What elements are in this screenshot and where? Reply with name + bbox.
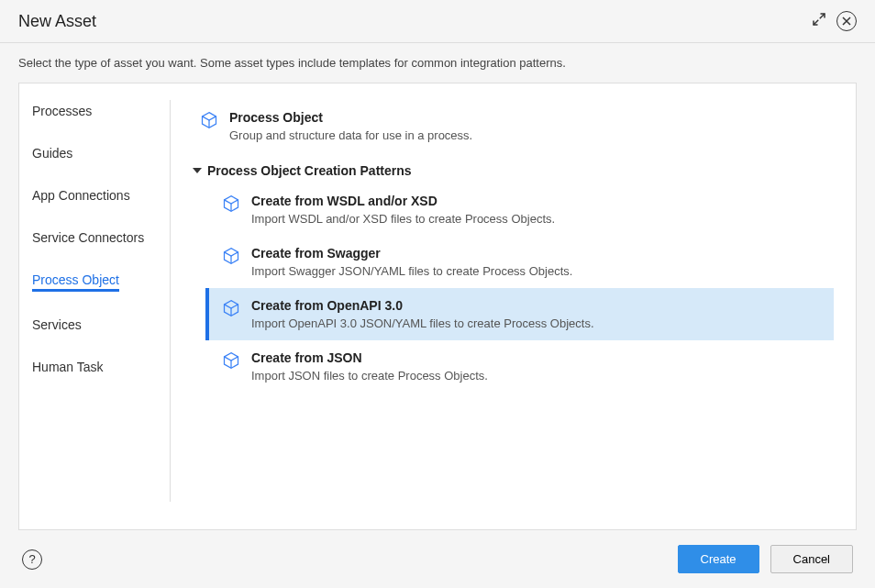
- option-desc: Group and structure data for use in a pr…: [229, 128, 821, 142]
- footer-actions: Create Cancel: [678, 545, 854, 573]
- section-header[interactable]: Process Object Creation Patterns: [193, 163, 834, 178]
- option-title: Create from OpenAPI 3.0: [251, 298, 821, 313]
- dialog-header: New Asset: [0, 0, 875, 43]
- option-create-from-wsdl-xsd[interactable]: Create from WSDL and/or XSD Import WSDL …: [205, 183, 834, 236]
- create-button[interactable]: Create: [678, 545, 759, 573]
- cube-icon: [222, 247, 240, 265]
- option-create-from-openapi[interactable]: Create from OpenAPI 3.0 Import OpenAPI 3…: [205, 288, 834, 340]
- sidebar-item-service-connectors[interactable]: Service Connectors: [32, 230, 144, 247]
- cancel-button[interactable]: Cancel: [770, 545, 853, 573]
- sidebar-item-services[interactable]: Services: [32, 317, 82, 334]
- caret-down-icon: [193, 168, 202, 173]
- option-title: Create from WSDL and/or XSD: [251, 194, 821, 208]
- new-asset-dialog: New Asset Select the type of asset you w…: [0, 0, 875, 588]
- cube-icon: [222, 351, 240, 370]
- sidebar-item-process-object[interactable]: Process Object: [32, 272, 119, 292]
- header-actions: [811, 11, 857, 31]
- option-desc: Import JSON files to create Process Obje…: [251, 369, 821, 383]
- option-text: Create from JSON Import JSON files to cr…: [251, 350, 821, 383]
- close-button[interactable]: [836, 11, 857, 31]
- option-title: Create from Swagger: [251, 246, 821, 261]
- cube-icon: [222, 194, 240, 213]
- option-create-from-swagger[interactable]: Create from Swagger Import Swagger JSON/…: [205, 236, 834, 288]
- option-desc: Import OpenAPI 3.0 JSON/YAML files to cr…: [251, 316, 821, 330]
- section-title: Process Object Creation Patterns: [207, 163, 412, 178]
- dialog-title: New Asset: [18, 12, 96, 31]
- sidebar-item-human-task[interactable]: Human Task: [32, 360, 104, 376]
- option-text: Create from OpenAPI 3.0 Import OpenAPI 3…: [251, 298, 821, 330]
- cube-icon: [222, 299, 240, 317]
- option-title: Create from JSON: [251, 350, 821, 365]
- sidebar-item-guides[interactable]: Guides: [32, 146, 72, 162]
- option-title: Process Object: [229, 110, 821, 125]
- option-desc: Import WSDL and/or XSD files to create P…: [251, 212, 821, 226]
- option-text: Create from WSDL and/or XSD Import WSDL …: [251, 194, 821, 226]
- sidebar: Processes Guides App Connections Service…: [19, 100, 171, 502]
- option-create-from-json[interactable]: Create from JSON Import JSON files to cr…: [205, 340, 834, 393]
- sidebar-item-processes[interactable]: Processes: [32, 104, 92, 120]
- content-card: Processes Guides App Connections Service…: [18, 83, 857, 530]
- main-panel: Process Object Group and structure data …: [193, 100, 856, 502]
- cube-icon: [200, 111, 218, 129]
- option-process-object[interactable]: Process Object Group and structure data …: [193, 100, 834, 152]
- option-desc: Import Swagger JSON/YAML files to create…: [251, 264, 821, 278]
- help-button[interactable]: ?: [22, 549, 42, 570]
- option-text: Create from Swagger Import Swagger JSON/…: [251, 246, 821, 278]
- sidebar-item-app-connections[interactable]: App Connections: [32, 188, 130, 205]
- dialog-footer: ? Create Cancel: [0, 530, 875, 588]
- expand-icon[interactable]: [811, 11, 827, 31]
- dialog-subtitle: Select the type of asset you want. Some …: [0, 43, 875, 83]
- option-text: Process Object Group and structure data …: [229, 110, 821, 142]
